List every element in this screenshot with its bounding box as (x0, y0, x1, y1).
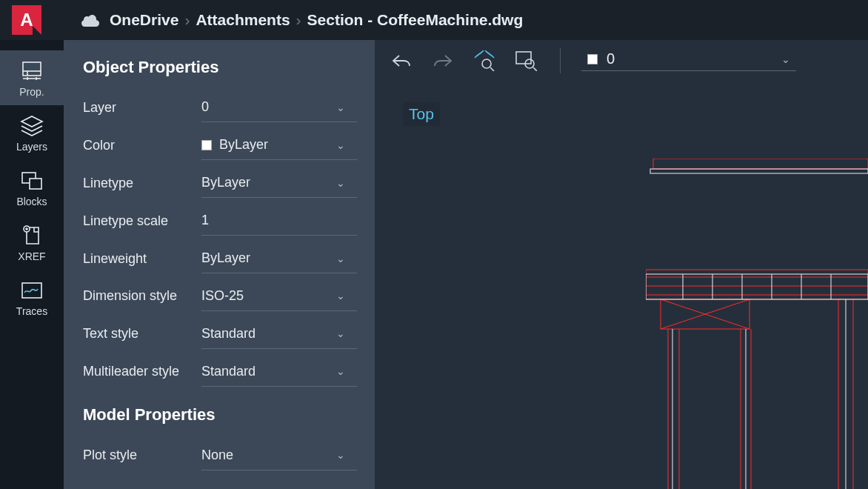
prop-row-multileader-style: Multileader style Standard ⌄ (83, 354, 375, 389)
sidebar-item-layers[interactable]: Layers (0, 105, 64, 160)
prop-label: Color (83, 138, 201, 153)
plot-style-dropdown[interactable]: None ⌄ (201, 441, 357, 470)
sidebar-item-label: Layers (16, 141, 47, 153)
view-orientation-label[interactable]: Top (403, 102, 440, 126)
sidebar-item-label: Prop. (19, 86, 44, 98)
svg-rect-9 (22, 283, 41, 298)
prop-label: Multileader style (83, 364, 201, 379)
svg-rect-27 (650, 169, 868, 173)
color-swatch-icon (201, 140, 212, 150)
prop-row-color: Color ByLayer ⌄ (83, 128, 375, 163)
sidebar-item-properties[interactable]: Prop. (0, 50, 64, 105)
prop-label: Linetype scale (83, 213, 201, 229)
chevron-down-icon: ⌄ (781, 53, 790, 65)
sidebar-item-xref[interactable]: XREF (0, 215, 64, 270)
chevron-down-icon: ⌄ (336, 290, 345, 302)
breadcrumb-sep-icon: › (296, 11, 301, 29)
breadcrumb-file[interactable]: Section - CoffeeMachine.dwg (307, 11, 524, 29)
text-style-dropdown[interactable]: Standard ⌄ (201, 319, 357, 349)
prop-label: Linetype (83, 176, 201, 191)
breadcrumb-folder[interactable]: Attachments (196, 11, 290, 29)
sidebar-item-label: Blocks (16, 196, 47, 207)
prop-row-linetype-scale: Linetype scale 1 (83, 204, 375, 239)
app-header: A OneDrive › Attachments › Section - Cof… (0, 0, 868, 40)
color-dropdown[interactable]: ByLayer ⌄ (201, 130, 357, 160)
chevron-down-icon: ⌄ (336, 139, 345, 151)
chevron-down-icon: ⌄ (336, 102, 345, 113)
svg-rect-7 (30, 179, 41, 189)
prop-row-text-style: Text style Standard ⌄ (83, 316, 375, 351)
properties-icon (19, 61, 45, 82)
zoom-extents-button[interactable] (471, 47, 498, 74)
redo-button[interactable] (430, 47, 456, 74)
dimension-style-dropdown[interactable]: ISO-25 ⌄ (201, 282, 357, 311)
prop-label: Lineweight (83, 251, 201, 267)
model-properties-heading: Model Properties (83, 405, 375, 425)
xref-icon (19, 225, 45, 246)
undo-button[interactable] (388, 47, 415, 74)
zoom-window-button[interactable] (513, 47, 539, 74)
prop-label: Layer (83, 100, 201, 116)
object-properties-heading: Object Properties (83, 58, 375, 77)
svg-rect-11 (516, 52, 531, 64)
lineweight-dropdown[interactable]: ByLayer ⌄ (201, 244, 357, 273)
svg-point-10 (482, 59, 491, 68)
breadcrumb-source[interactable]: OneDrive (110, 11, 178, 29)
traces-icon (19, 280, 45, 301)
chevron-down-icon: ⌄ (336, 327, 345, 339)
canvas-layer-dropdown[interactable]: 0 ⌄ (581, 50, 796, 71)
prop-label: Dimension style (83, 288, 201, 304)
svg-rect-28 (646, 274, 868, 299)
svg-rect-0 (23, 62, 41, 76)
chevron-down-icon: ⌄ (336, 365, 345, 377)
properties-panel: Object Properties Layer 0 ⌄ Color ByLaye… (64, 40, 375, 489)
chevron-down-icon: ⌄ (336, 449, 345, 461)
drawing-canvas[interactable]: 0 ⌄ Top (375, 40, 868, 489)
sidebar-item-blocks[interactable]: Blocks (0, 160, 64, 215)
cloud-icon (80, 13, 101, 27)
drawing-wireframe (646, 159, 868, 489)
prop-row-lineweight: Lineweight ByLayer ⌄ (83, 242, 375, 276)
layers-icon (19, 116, 45, 136)
left-sidebar: Prop. Layers Blocks (0, 40, 64, 489)
toolbar-divider (560, 48, 561, 73)
prop-row-plot-style: Plot style None ⌄ (83, 438, 375, 473)
app-logo: A (12, 5, 41, 35)
chevron-down-icon: ⌄ (336, 177, 345, 189)
linetype-scale-input[interactable]: 1 (201, 206, 357, 236)
sidebar-item-traces[interactable]: Traces (0, 270, 64, 325)
chevron-down-icon: ⌄ (336, 253, 345, 265)
prop-label: Plot style (83, 448, 201, 463)
blocks-icon (19, 170, 45, 191)
prop-row-layer: Layer 0 ⌄ (83, 90, 375, 125)
linetype-dropdown[interactable]: ByLayer ⌄ (201, 168, 357, 198)
layer-dropdown[interactable]: 0 ⌄ (201, 93, 357, 122)
canvas-toolbar: 0 ⌄ (375, 40, 868, 82)
sidebar-item-label: XREF (18, 250, 45, 262)
prop-row-dimension-style: Dimension style ISO-25 ⌄ (83, 279, 375, 313)
svg-rect-13 (653, 159, 868, 169)
prop-row-linetype: Linetype ByLayer ⌄ (83, 166, 375, 201)
color-swatch-icon (587, 54, 598, 64)
multileader-style-dropdown[interactable]: Standard ⌄ (201, 357, 357, 387)
app-logo-symbol: A (20, 10, 33, 30)
breadcrumb: OneDrive › Attachments › Section - Coffe… (110, 11, 523, 29)
breadcrumb-sep-icon: › (184, 11, 190, 29)
prop-label: Text style (83, 326, 201, 342)
sidebar-item-label: Traces (16, 305, 47, 317)
